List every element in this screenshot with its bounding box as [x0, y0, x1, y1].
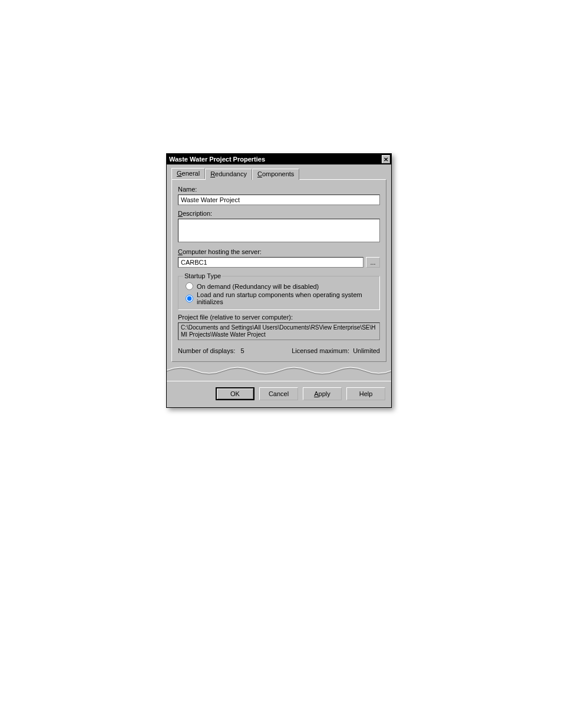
- host-input[interactable]: [178, 257, 363, 268]
- startup-type-legend: Startup Type: [183, 272, 222, 279]
- radio-load-run[interactable]: Load and run startup components when ope…: [183, 291, 375, 306]
- torn-edge: [167, 364, 391, 381]
- licensed-maximum: Licensed maximum: Unlimited: [292, 347, 380, 354]
- button-bar: OK Cancel Apply Help: [167, 381, 391, 407]
- browse-button[interactable]: ...: [366, 257, 380, 268]
- stats-row: Number of displays: 5 Licensed maximum: …: [178, 345, 380, 354]
- name-input[interactable]: [178, 195, 380, 205]
- titlebar: Waste Water Project Properties ✕: [167, 154, 391, 164]
- tab-redundancy[interactable]: Redundancy: [205, 169, 252, 180]
- apply-button[interactable]: Apply: [303, 387, 342, 400]
- close-icon: ✕: [384, 156, 388, 163]
- project-file-value: C:\Documents and Settings\All Users\Docu…: [178, 322, 380, 340]
- description-input[interactable]: [178, 219, 380, 242]
- help-button[interactable]: Help: [346, 387, 385, 400]
- radio-on-demand-label: On demand (Redundancy will be disabled): [197, 283, 319, 290]
- tab-components[interactable]: Components: [252, 169, 299, 180]
- name-label: Name:: [178, 186, 380, 193]
- radio-on-demand[interactable]: On demand (Redundancy will be disabled): [183, 282, 375, 291]
- tab-general[interactable]: General: [171, 168, 205, 179]
- num-displays: Number of displays: 5: [178, 347, 244, 354]
- host-label: Computer hosting the server:: [178, 248, 380, 255]
- properties-dialog: Waste Water Project Properties ✕ General…: [166, 153, 392, 408]
- ok-button[interactable]: OK: [216, 387, 254, 400]
- description-label: Description:: [178, 210, 380, 217]
- project-file-label: Project file (relative to server compute…: [178, 314, 380, 321]
- dialog-title: Waste Water Project Properties: [169, 156, 265, 163]
- cancel-button[interactable]: Cancel: [259, 387, 298, 400]
- radio-on-demand-input[interactable]: [186, 282, 193, 290]
- close-button[interactable]: ✕: [382, 155, 390, 163]
- tab-strip: General Redundancy Components: [171, 168, 386, 179]
- radio-load-run-label: Load and run startup components when ope…: [197, 291, 375, 305]
- startup-type-group: Startup Type On demand (Redundancy will …: [178, 272, 380, 310]
- radio-load-run-input[interactable]: [186, 295, 193, 302]
- tab-panel-general: Name: Description: Computer hosting the …: [171, 179, 386, 362]
